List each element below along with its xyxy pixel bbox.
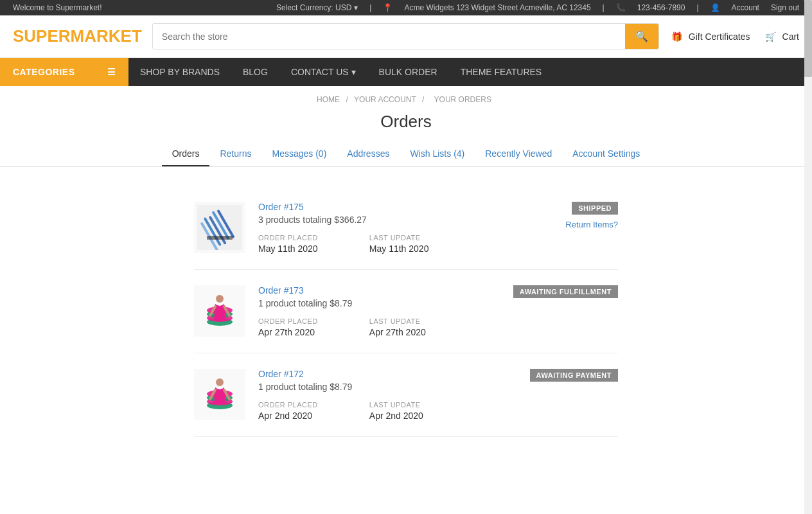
order-meta-173: ORDER PLACED Apr 27th 2020 LAST UPDATE A… [258,317,500,337]
order-placed-group-175: ORDER PLACED May 11th 2020 [258,234,318,254]
order-placed-value-175: May 11th 2020 [258,244,318,254]
last-update-label-175: LAST UPDATE [369,234,429,242]
welcome-message: Welcome to Supermarket! [13,3,102,12]
product-image-brushes [197,205,242,250]
order-link-175[interactable]: Order #175 [258,202,304,212]
order-info-175: Order #175 3 products totaling $366.27 O… [258,202,502,254]
orders-list: Order #175 3 products totaling $366.27 O… [181,186,631,437]
header: SUPERMARKET 🔍 🎁 Gift Certificates 🛒 Cart [0,15,812,58]
search-button[interactable]: 🔍 [625,24,658,49]
svg-point-12 [216,295,224,303]
last-update-group-172: LAST UPDATE Apr 2nd 2020 [369,401,423,421]
breadcrumb-home[interactable]: HOME [317,95,340,104]
nav-blog[interactable]: BLOG [231,58,279,86]
order-status-172: AWAITING PAYMENT [515,369,618,382]
order-placed-label-175: ORDER PLACED [258,234,318,242]
order-item: Order #175 3 products totaling $366.27 O… [194,186,618,270]
order-placed-label-173: ORDER PLACED [258,317,318,325]
top-bar: Welcome to Supermarket! Select Currency:… [0,0,812,15]
order-summary-172: 1 product totaling $8.79 [258,382,502,392]
search-bar: 🔍 [152,23,659,49]
nav-contact-us[interactable]: CONTACT US ▾ [279,58,367,86]
order-link-173[interactable]: Order #173 [258,285,304,296]
scrollbar-track[interactable] [804,0,812,437]
order-summary-173: 1 product totaling $8.79 [258,298,500,308]
order-image-173 [194,285,245,337]
status-badge-175: SHIPPED [572,202,618,215]
status-badge-173: AWAITING FULFILLMENT [513,285,618,298]
store-address: Acme Widgets 123 Widget Street Acmeville… [404,3,590,12]
breadcrumb: HOME / YOUR ACCOUNT / YOUR ORDERS [0,86,812,108]
separator-2: | [603,3,605,12]
header-actions: 🎁 Gift Certificates 🛒 Cart [669,29,799,44]
cart-link[interactable]: 🛒 Cart [763,29,799,44]
location-icon: 📍 [383,3,393,12]
last-update-value-173: Apr 27th 2020 [369,327,426,337]
phone-number: 123-456-7890 [637,3,685,12]
return-items-link-175[interactable]: Return Items? [565,220,618,229]
tab-account-settings[interactable]: Account Settings [562,142,650,166]
tab-wish-lists[interactable]: Wish Lists (4) [400,142,475,166]
currency-selector[interactable]: Select Currency: USD ▾ [276,3,358,12]
nav-theme-features[interactable]: THEME FEATURES [449,58,554,86]
currency-arrow: ▾ [354,3,358,12]
nav-blog-label: BLOG [243,67,268,77]
order-placed-value-172: Apr 2nd 2020 [258,411,318,421]
scrollbar-thumb[interactable] [804,0,812,77]
order-placed-group-172: ORDER PLACED Apr 2nd 2020 [258,401,318,421]
last-update-value-172: Apr 2nd 2020 [369,411,423,421]
nav-shop-by-brands-label: SHOP BY BRANDS [140,67,220,77]
order-status-175: SHIPPED Return Items? [515,202,618,229]
phone-icon: 📞 [616,3,626,12]
account-icon: 👤 [710,3,720,12]
hamburger-icon: ☰ [107,67,116,77]
categories-label: CATEGORIES [13,67,75,77]
status-badge-172: AWAITING PAYMENT [530,369,618,382]
order-placed-group-173: ORDER PLACED Apr 27th 2020 [258,317,318,337]
main-nav: CATEGORIES ☰ SHOP BY BRANDS BLOG CONTACT… [0,58,812,86]
last-update-group-175: LAST UPDATE May 11th 2020 [369,234,429,254]
order-image-175 [194,202,245,253]
order-placed-value-173: Apr 27th 2020 [258,327,318,337]
tab-messages[interactable]: Messages (0) [261,142,337,166]
cart-label: Cart [782,31,799,42]
logo[interactable]: SUPERMARKET [13,26,142,46]
nav-contact-us-label: CONTACT US [291,67,349,77]
tab-addresses[interactable]: Addresses [337,142,400,166]
order-summary-175: 3 products totaling $366.27 [258,215,502,225]
breadcrumb-account[interactable]: YOUR ACCOUNT [354,95,416,104]
nav-bulk-order[interactable]: BULK ORDER [367,58,449,86]
order-meta-175: ORDER PLACED May 11th 2020 LAST UPDATE M… [258,234,502,254]
tab-orders[interactable]: Orders [162,142,210,166]
cart-icon: 🛒 [763,29,779,44]
last-update-value-175: May 11th 2020 [369,244,429,254]
top-bar-right: Select Currency: USD ▾ | 📍 Acme Widgets … [276,3,799,12]
nav-bulk-order-label: BULK ORDER [379,67,437,77]
tab-returns[interactable]: Returns [209,142,261,166]
order-status-173: AWAITING FULFILLMENT [513,285,618,298]
order-item-173: Order #173 1 product totaling $8.79 ORDE… [194,270,618,353]
account-tabs: Orders Returns Messages (0) Addresses Wi… [0,142,812,167]
breadcrumb-sep-2: / [422,95,427,104]
nav-shop-by-brands[interactable]: SHOP BY BRANDS [128,58,231,86]
currency-label: Select Currency: USD [276,3,351,12]
order-meta-172: ORDER PLACED Apr 2nd 2020 LAST UPDATE Ap… [258,401,502,421]
page-title: Orders [0,108,812,142]
breadcrumb-current: YOUR ORDERS [434,95,491,104]
signout-link[interactable]: Sign out [771,3,799,12]
account-link[interactable]: Account [732,3,759,12]
separator-3: | [696,3,698,12]
order-info-173: Order #173 1 product totaling $8.79 ORDE… [258,285,500,337]
gift-icon: 🎁 [669,29,685,44]
nav-contact-us-arrow: ▾ [351,67,356,77]
tab-recently-viewed[interactable]: Recently Viewed [475,142,562,166]
order-info-172: Order #172 1 product totaling $8.79 ORDE… [258,369,502,421]
gift-certificates-link[interactable]: 🎁 Gift Certificates [669,29,750,44]
last-update-group-173: LAST UPDATE Apr 27th 2020 [369,317,426,337]
order-link-172[interactable]: Order #172 [258,369,304,379]
breadcrumb-sep-1: / [346,95,350,104]
categories-button[interactable]: CATEGORIES ☰ [0,58,128,86]
separator-1: | [369,3,371,12]
search-input[interactable] [153,24,625,49]
nav-items: SHOP BY BRANDS BLOG CONTACT US ▾ BULK OR… [128,58,553,86]
